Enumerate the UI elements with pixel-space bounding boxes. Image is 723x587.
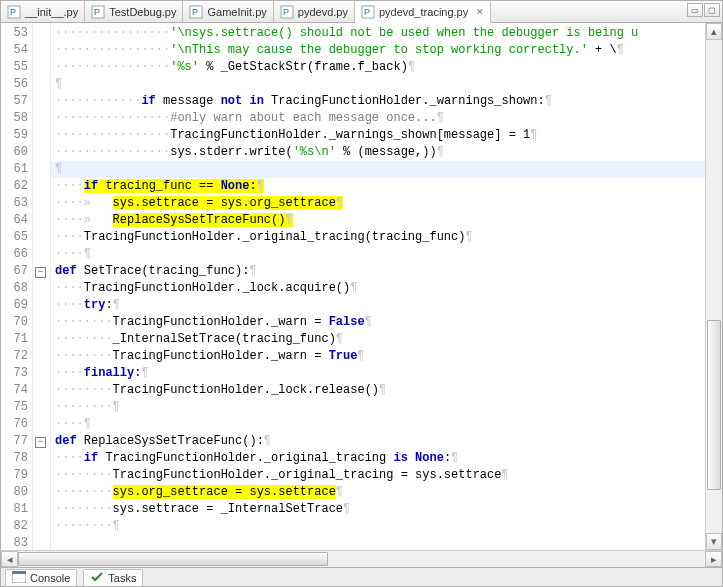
fold-cell xyxy=(33,76,50,93)
editor-tab[interactable]: PGameInit.py xyxy=(183,1,273,22)
code-line[interactable]: ········TracingFunctionHolder._warn = Tr… xyxy=(51,348,705,365)
scroll-left-button[interactable]: ◂ xyxy=(1,551,18,567)
code-line[interactable]: ········_InternalSetTrace(tracing_func)¶ xyxy=(51,331,705,348)
bottom-tab-label: Console xyxy=(30,572,70,584)
scroll-up-button[interactable]: ▴ xyxy=(706,23,722,40)
code-line[interactable]: ················#only warn about each me… xyxy=(51,110,705,127)
line-number-gutter: 5354555657585960616263646566676869707172… xyxy=(1,23,33,550)
line-number: 82 xyxy=(1,518,28,535)
code-line[interactable]: ····finally:¶ xyxy=(51,365,705,382)
fold-toggle[interactable]: − xyxy=(35,267,46,278)
editor-tab[interactable]: PTestDebug.py xyxy=(85,1,183,22)
scroll-down-button[interactable]: ▾ xyxy=(706,533,722,550)
line-number: 64 xyxy=(1,212,28,229)
bottom-tab[interactable]: Tasks xyxy=(83,569,143,586)
line-number: 76 xyxy=(1,416,28,433)
view-controls: ▭ ▢ xyxy=(687,3,720,17)
fold-cell xyxy=(33,297,50,314)
fold-cell xyxy=(33,331,50,348)
svg-rect-11 xyxy=(12,571,26,574)
fold-cell xyxy=(33,229,50,246)
line-number: 57 xyxy=(1,93,28,110)
editor-tab[interactable]: Ppydevd_tracing.py✕ xyxy=(355,2,491,23)
line-number: 78 xyxy=(1,450,28,467)
line-number: 72 xyxy=(1,348,28,365)
editor-tab[interactable]: P__init__.py xyxy=(1,1,85,22)
python-file-icon: P xyxy=(361,5,375,19)
code-line[interactable]: ········¶ xyxy=(51,518,705,535)
code-line[interactable]: ········TracingFunctionHolder._lock.rele… xyxy=(51,382,705,399)
line-number: 59 xyxy=(1,127,28,144)
line-number: 80 xyxy=(1,484,28,501)
code-line[interactable]: ····¶ xyxy=(51,246,705,263)
code-line[interactable]: ········sys.org_settrace = sys.settrace¶ xyxy=(51,484,705,501)
maximize-view-button[interactable]: ▢ xyxy=(704,3,720,17)
hscroll-thumb[interactable] xyxy=(18,552,328,566)
code-line[interactable]: ····TracingFunctionHolder._lock.acquire(… xyxy=(51,280,705,297)
vscroll-track[interactable] xyxy=(706,40,722,533)
editor-tab[interactable]: Ppydevd.py xyxy=(274,1,355,22)
editor-area: P__init__.pyPTestDebug.pyPGameInit.pyPpy… xyxy=(0,0,723,587)
code-line[interactable]: ····try:¶ xyxy=(51,297,705,314)
tab-label: GameInit.py xyxy=(207,6,266,18)
code-line[interactable]: ········TracingFunctionHolder._warn = Fa… xyxy=(51,314,705,331)
fold-cell xyxy=(33,518,50,535)
code-line[interactable]: ····TracingFunctionHolder._original_trac… xyxy=(51,229,705,246)
fold-cell xyxy=(33,178,50,195)
code-line[interactable]: ················'\nsys.settrace() should… xyxy=(51,25,705,42)
fold-cell xyxy=(33,110,50,127)
code-line[interactable]: ····if TracingFunctionHolder._original_t… xyxy=(51,450,705,467)
code-line[interactable]: ················'%s' % _GetStackStr(fram… xyxy=(51,59,705,76)
fold-cell xyxy=(33,93,50,110)
vertical-scrollbar[interactable]: ▴ ▾ xyxy=(705,23,722,550)
code-line[interactable]: ················'\nThis may cause the de… xyxy=(51,42,705,59)
line-number: 63 xyxy=(1,195,28,212)
code-line[interactable]: ········TracingFunctionHolder._original_… xyxy=(51,467,705,484)
line-number: 73 xyxy=(1,365,28,382)
code-line[interactable]: ········sys.settrace = _InternalSetTrace… xyxy=(51,501,705,518)
code-line[interactable]: def ReplaceSysSetTraceFunc():¶ xyxy=(51,433,705,450)
svg-text:P: P xyxy=(364,7,370,17)
code-line[interactable]: ····» ReplaceSysSetTraceFunc()¶ xyxy=(51,212,705,229)
tab-label: __init__.py xyxy=(25,6,78,18)
line-number: 68 xyxy=(1,280,28,297)
fold-cell: − xyxy=(33,263,50,280)
code-line[interactable]: ········¶ xyxy=(51,399,705,416)
fold-cell xyxy=(33,365,50,382)
code-line[interactable]: ····¶ xyxy=(51,416,705,433)
code-line[interactable]: ················sys.stderr.write('%s\n' … xyxy=(51,144,705,161)
minimize-view-button[interactable]: ▭ xyxy=(687,3,703,17)
line-number: 61 xyxy=(1,161,28,178)
code-line[interactable] xyxy=(51,535,705,550)
vscroll-thumb[interactable] xyxy=(707,320,721,490)
line-number: 58 xyxy=(1,110,28,127)
code-line[interactable]: ¶ xyxy=(51,76,705,93)
fold-cell xyxy=(33,127,50,144)
python-file-icon: P xyxy=(280,5,294,19)
line-number: 53 xyxy=(1,25,28,42)
scroll-right-button[interactable]: ▸ xyxy=(705,551,722,567)
code-line[interactable]: def SetTrace(tracing_func):¶ xyxy=(51,263,705,280)
line-number: 69 xyxy=(1,297,28,314)
code-line[interactable]: ············if message not in TracingFun… xyxy=(51,93,705,110)
bottom-tab[interactable]: Console xyxy=(5,569,77,586)
horizontal-scrollbar[interactable]: ◂ ▸ xyxy=(1,550,722,567)
line-number: 54 xyxy=(1,42,28,59)
code-view[interactable]: ················'\nsys.settrace() should… xyxy=(51,23,705,550)
code-line[interactable]: ················TracingFunctionHolder._w… xyxy=(51,127,705,144)
close-tab-icon[interactable]: ✕ xyxy=(476,8,484,16)
tab-label: pydevd.py xyxy=(298,6,348,18)
fold-cell xyxy=(33,144,50,161)
bottom-view-tabs: ConsoleTasks xyxy=(1,567,722,586)
hscroll-track[interactable] xyxy=(18,551,705,567)
editor-content: 5354555657585960616263646566676869707172… xyxy=(1,23,722,550)
fold-cell xyxy=(33,484,50,501)
fold-cell xyxy=(33,467,50,484)
code-line[interactable]: ····if tracing_func == None:¶ xyxy=(51,178,705,195)
code-line[interactable]: ¶ xyxy=(51,161,705,178)
fold-toggle[interactable]: − xyxy=(35,437,46,448)
fold-cell xyxy=(33,280,50,297)
fold-cell xyxy=(33,246,50,263)
editor-tabbar: P__init__.pyPTestDebug.pyPGameInit.pyPpy… xyxy=(1,1,722,23)
code-line[interactable]: ····» sys.settrace = sys.org_settrace¶ xyxy=(51,195,705,212)
